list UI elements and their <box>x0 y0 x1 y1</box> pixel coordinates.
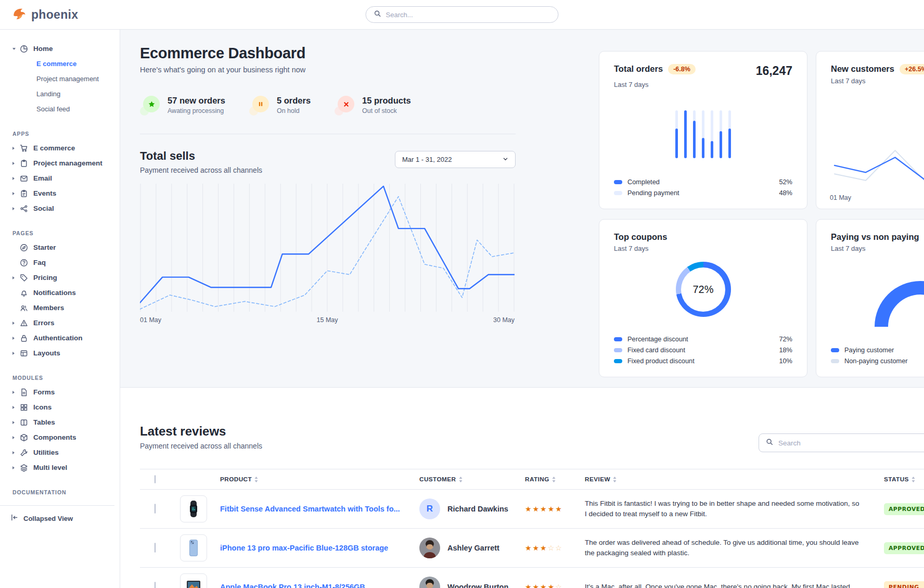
sidebar-item-tables[interactable]: Tables <box>0 415 114 430</box>
sidebar-item-label: Faq <box>33 259 46 266</box>
stat-cards: Total orders -6.8% 16,247 Last 7 days Co… <box>599 51 924 377</box>
column-header-status[interactable]: STATUS <box>884 476 924 483</box>
rating-stars: ★★★★★ <box>525 505 585 513</box>
sidebar-item-project-management-dashboard[interactable]: Project management <box>0 71 114 86</box>
sidebar-item-forms[interactable]: Forms <box>0 385 114 400</box>
sidebar-item-label: Project management <box>33 159 102 167</box>
reviews-table: PRODUCT CUSTOMER RATING REVIEW <box>140 469 924 588</box>
caret-right-icon <box>12 466 19 469</box>
sidebar-item-landing[interactable]: Landing <box>0 86 114 101</box>
divider <box>140 134 516 134</box>
column-header-customer[interactable]: CUSTOMER <box>419 476 525 483</box>
sidebar-item-icons[interactable]: Icons <box>0 400 114 415</box>
sidebar-child-label: E commerce <box>36 60 76 68</box>
sidebar-item-label: Layouts <box>33 349 60 357</box>
row-checkbox[interactable] <box>155 504 156 514</box>
sidebar-item-faq[interactable]: Faq <box>0 255 114 270</box>
caret-right-icon <box>12 192 19 195</box>
envelope-icon <box>20 174 28 183</box>
card-title: Paying vs non paying <box>831 232 919 242</box>
legend-label: Fixed card discount <box>627 346 685 354</box>
sidebar-item-events[interactable]: Events <box>0 186 114 201</box>
column-header-product[interactable]: PRODUCT <box>215 476 419 483</box>
change-badge: +26.5% <box>900 64 924 74</box>
product-image[interactable] <box>180 495 207 522</box>
product-image[interactable] <box>180 573 207 588</box>
coupons-legend: Percentage discount 72% Fixed card disco… <box>614 334 792 366</box>
caret-right-icon <box>12 451 19 454</box>
legend-value: 18% <box>779 346 792 354</box>
collapse-label: Collapsed View <box>23 515 73 522</box>
avatar <box>419 577 440 588</box>
caret-right-icon <box>12 421 19 424</box>
x-axis-tick: 30 May <box>493 316 515 324</box>
product-image[interactable] <box>180 534 207 561</box>
reviews-search-input[interactable] <box>778 439 924 447</box>
product-link[interactable]: iPhone 13 pro max-Pacific Blue-128GB sto… <box>215 544 419 552</box>
row-checkbox[interactable] <box>155 543 156 553</box>
sidebar-item-multi-level[interactable]: Multi level <box>0 460 114 475</box>
x-icon <box>335 96 354 116</box>
sort-icon <box>459 477 463 482</box>
sidebar-item-social[interactable]: Social <box>0 201 114 216</box>
sidebar-item-label: Starter <box>33 244 56 251</box>
new-customers-chart <box>829 139 924 189</box>
phoenix-logo[interactable]: phoenix <box>11 6 78 23</box>
sidebar-section-pages: PAGES <box>0 226 114 240</box>
sidebar-item-ecommerce-dashboard[interactable]: E commerce <box>0 56 114 71</box>
caret-right-icon <box>12 436 19 439</box>
page-subtitle: Here's what's going on at your business … <box>140 66 516 74</box>
sidebar-item-label: Components <box>33 433 76 441</box>
caret-right-icon <box>12 177 19 180</box>
column-header-rating[interactable]: RATING <box>525 476 585 483</box>
date-range-select[interactable]: Mar 1 - 31, 2022 <box>395 151 516 168</box>
table-header-row: PRODUCT CUSTOMER RATING REVIEW <box>140 469 924 490</box>
review-text: It's a Mac, after all. Once you've gone … <box>585 582 884 588</box>
legend-swatch <box>614 348 622 352</box>
select-all-checkbox[interactable] <box>155 475 156 483</box>
sidebar-item-members[interactable]: Members <box>0 300 114 315</box>
sidebar-item-label: E commerce <box>33 144 75 152</box>
total-sells-subtitle: Payment received across all channels <box>140 166 262 174</box>
sidebar-item-home[interactable]: Home <box>0 41 114 56</box>
shopping-cart-icon <box>20 144 28 152</box>
layout-icon <box>20 349 28 357</box>
pie-chart-icon <box>20 45 28 53</box>
column-header-review[interactable]: REVIEW <box>585 476 884 483</box>
sidebar-item-project-management-app[interactable]: Project management <box>0 156 114 171</box>
calendar-clipboard-icon <box>20 189 28 198</box>
caret-right-icon <box>12 352 19 355</box>
main-content: Ecommerce Dashboard Here's what's going … <box>120 30 924 588</box>
row-checkbox[interactable] <box>155 582 156 588</box>
sidebar-item-notifications[interactable]: Notifications <box>0 285 114 300</box>
collapse-sidebar-button[interactable]: Collapsed View <box>0 509 114 528</box>
sidebar-item-authentication[interactable]: Authentication <box>0 330 114 346</box>
sidebar-item-errors[interactable]: Errors <box>0 315 114 330</box>
product-link[interactable]: Apple MacBook Pro 13 inch-M1-8/256GB <box>215 583 419 588</box>
legend-swatch <box>831 359 839 363</box>
caret-right-icon <box>12 276 19 279</box>
sidebar: Home E commerce Project management Landi… <box>0 30 120 588</box>
global-search-input[interactable] <box>386 11 550 19</box>
sidebar-section-documentation: DOCUMENTATION <box>0 485 114 499</box>
sort-icon <box>254 477 258 482</box>
legend-label: Pending payment <box>627 189 679 197</box>
sidebar-item-utilities[interactable]: Utilities <box>0 445 114 460</box>
total-sells-chart <box>140 184 515 312</box>
sidebar-item-starter[interactable]: Starter <box>0 240 114 255</box>
product-link[interactable]: Fitbit Sense Advanced Smartwatch with To… <box>215 505 419 513</box>
tag-icon <box>20 274 28 282</box>
caret-right-icon <box>12 322 19 325</box>
sidebar-item-layouts[interactable]: Layouts <box>0 346 114 361</box>
card-period: Last 7 days <box>614 81 792 88</box>
sidebar-item-label: Social <box>33 204 54 212</box>
sidebar-item-label: Errors <box>33 319 55 327</box>
legend-label: Percentage discount <box>627 335 688 343</box>
users-icon <box>20 304 28 312</box>
sidebar-item-social-feed[interactable]: Social feed <box>0 101 114 117</box>
sidebar-item-pricing[interactable]: Pricing <box>0 270 114 285</box>
sidebar-item-components[interactable]: Components <box>0 430 114 445</box>
sidebar-item-email[interactable]: Email <box>0 171 114 186</box>
donut-center-value: 72% <box>692 284 713 296</box>
sidebar-item-ecommerce-app[interactable]: E commerce <box>0 140 114 156</box>
